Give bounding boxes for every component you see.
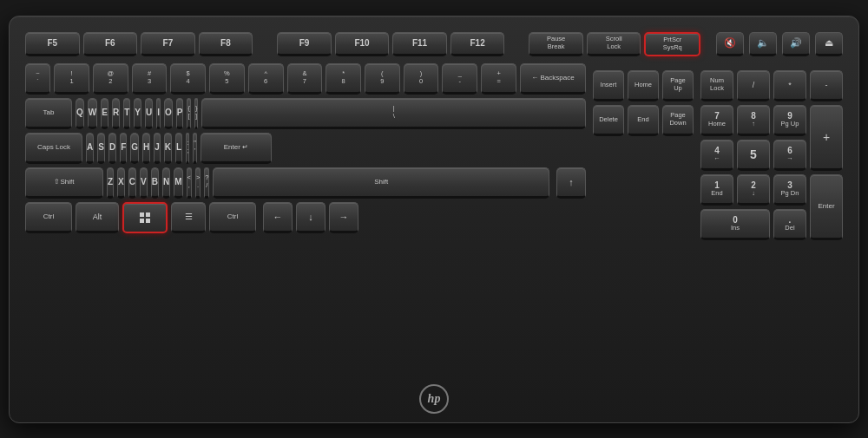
key-tab[interactable]: Tab bbox=[25, 98, 72, 129]
key-right-shift[interactable]: Shift bbox=[213, 167, 549, 199]
key-numpad-2[interactable]: 2↓ bbox=[737, 174, 770, 206]
key-1[interactable]: !1 bbox=[54, 63, 89, 95]
key-f5[interactable]: F5 bbox=[25, 32, 80, 56]
key-numpad-minus[interactable]: - bbox=[810, 70, 843, 101]
key-insert[interactable]: Insert bbox=[593, 70, 624, 101]
key-backslash[interactable]: |\ bbox=[201, 98, 586, 129]
key-u[interactable]: U bbox=[145, 98, 153, 129]
key-3[interactable]: #3 bbox=[132, 63, 168, 95]
key-comma[interactable]: <, bbox=[187, 167, 192, 199]
key-4[interactable]: $4 bbox=[170, 63, 206, 95]
key-prtscr-sysrq[interactable]: PrtScr SysRq bbox=[644, 32, 700, 56]
key-numpad-3[interactable]: 3Pg Dn bbox=[773, 174, 806, 206]
key-enter[interactable]: Enter ↵ bbox=[201, 133, 272, 164]
key-numpad-8[interactable]: 8↑ bbox=[737, 105, 770, 136]
key-numpad-slash[interactable]: / bbox=[737, 70, 770, 101]
key-vol-up[interactable]: 🔊 bbox=[782, 32, 810, 56]
key-slash[interactable]: ?/ bbox=[204, 167, 209, 199]
key-x[interactable]: X bbox=[117, 167, 125, 199]
key-numpad-enter[interactable]: Enter bbox=[810, 174, 843, 240]
key-vol-down[interactable]: 🔈 bbox=[749, 32, 777, 56]
key-mute[interactable]: 🔇 bbox=[716, 32, 744, 56]
key-h[interactable]: H bbox=[142, 133, 150, 164]
key-s[interactable]: S bbox=[97, 133, 105, 164]
key-equals[interactable]: += bbox=[481, 63, 516, 95]
key-right-ctrl[interactable]: Ctrl bbox=[209, 202, 256, 233]
key-scroll-lock[interactable]: Scroll Lock bbox=[587, 32, 641, 56]
key-f8[interactable]: F8 bbox=[199, 32, 253, 56]
key-e[interactable]: E bbox=[101, 98, 108, 129]
key-period[interactable]: >. bbox=[195, 167, 201, 199]
key-v[interactable]: V bbox=[140, 167, 148, 199]
key-t[interactable]: T bbox=[123, 98, 130, 129]
key-rbracket[interactable]: }] bbox=[194, 98, 199, 129]
key-arrow-down[interactable]: ↓ bbox=[296, 202, 326, 233]
key-l[interactable]: L bbox=[175, 133, 182, 164]
key-minus[interactable]: _- bbox=[442, 63, 477, 95]
key-numpad-plus[interactable]: + bbox=[810, 105, 843, 171]
key-numpad-4[interactable]: 4← bbox=[700, 140, 733, 171]
key-numpad-dot[interactable]: .Del bbox=[773, 209, 806, 240]
key-n[interactable]: N bbox=[162, 167, 170, 199]
key-f7[interactable]: F7 bbox=[141, 32, 195, 56]
key-9[interactable]: (9 bbox=[365, 63, 400, 95]
key-f12[interactable]: F12 bbox=[450, 32, 505, 56]
key-page-down[interactable]: PageDown bbox=[662, 105, 694, 136]
key-g[interactable]: G bbox=[130, 133, 139, 164]
key-quote[interactable]: "' bbox=[193, 133, 197, 164]
key-m[interactable]: M bbox=[174, 167, 182, 199]
key-i[interactable]: I bbox=[156, 98, 161, 129]
key-menu[interactable]: ☰ bbox=[171, 202, 206, 233]
key-o[interactable]: O bbox=[164, 98, 173, 129]
key-arrow-up[interactable]: ↑ bbox=[556, 167, 586, 199]
key-end[interactable]: End bbox=[628, 105, 659, 136]
key-f6[interactable]: F6 bbox=[83, 32, 138, 56]
key-numpad-9[interactable]: 9Pg Up bbox=[773, 105, 806, 136]
key-lbracket[interactable]: {[ bbox=[187, 98, 191, 129]
key-7[interactable]: &7 bbox=[287, 63, 323, 95]
key-f9[interactable]: F9 bbox=[277, 32, 332, 56]
key-w[interactable]: W bbox=[88, 98, 97, 129]
key-y[interactable]: Y bbox=[134, 98, 141, 129]
key-b[interactable]: B bbox=[151, 167, 159, 199]
key-numpad-star[interactable]: * bbox=[773, 70, 806, 101]
key-f[interactable]: F bbox=[120, 133, 127, 164]
key-q[interactable]: Q bbox=[76, 98, 84, 129]
key-arrow-left[interactable]: ← bbox=[263, 202, 293, 233]
key-numpad-7[interactable]: 7Home bbox=[700, 105, 733, 136]
key-d[interactable]: D bbox=[108, 133, 116, 164]
key-2[interactable]: @2 bbox=[93, 63, 128, 95]
key-left-alt[interactable]: Alt bbox=[76, 202, 119, 233]
key-numpad-5[interactable]: 5 bbox=[737, 140, 770, 171]
key-j[interactable]: J bbox=[154, 133, 161, 164]
key-eject[interactable]: ⏏ bbox=[815, 32, 843, 56]
key-5[interactable]: %5 bbox=[209, 63, 245, 95]
key-p[interactable]: P bbox=[176, 98, 184, 129]
key-0[interactable]: )0 bbox=[404, 63, 439, 95]
key-pause-break[interactable]: Pause Break bbox=[529, 32, 583, 56]
key-backtick[interactable]: ~` bbox=[25, 63, 50, 95]
key-left-ctrl[interactable]: Ctrl bbox=[25, 202, 72, 233]
key-f11[interactable]: F11 bbox=[392, 32, 447, 56]
key-delete[interactable]: Delete bbox=[593, 105, 624, 136]
key-z[interactable]: Z bbox=[107, 167, 114, 199]
key-r[interactable]: R bbox=[112, 98, 120, 129]
key-left-shift[interactable]: ⇧Shift bbox=[25, 167, 103, 199]
key-windows[interactable] bbox=[122, 202, 168, 233]
key-caps-lock[interactable]: Caps Lock bbox=[25, 133, 82, 164]
key-numpad-0[interactable]: 0Ins bbox=[700, 209, 770, 240]
key-8[interactable]: *8 bbox=[326, 63, 361, 95]
key-numpad-6[interactable]: 6→ bbox=[773, 140, 806, 171]
key-home[interactable]: Home bbox=[628, 70, 659, 101]
key-6[interactable]: ^6 bbox=[248, 63, 284, 95]
key-arrow-right[interactable]: → bbox=[329, 202, 358, 233]
key-a[interactable]: A bbox=[86, 133, 94, 164]
key-c[interactable]: C bbox=[128, 167, 136, 199]
key-num-lock[interactable]: NumLock bbox=[700, 70, 733, 101]
key-numpad-1[interactable]: 1End bbox=[700, 174, 733, 206]
key-backspace[interactable]: ← Backspace bbox=[520, 63, 586, 95]
key-f10[interactable]: F10 bbox=[335, 32, 390, 56]
key-k[interactable]: K bbox=[164, 133, 172, 164]
key-semicolon[interactable]: :; bbox=[186, 133, 189, 164]
key-page-up[interactable]: PageUp bbox=[662, 70, 694, 101]
